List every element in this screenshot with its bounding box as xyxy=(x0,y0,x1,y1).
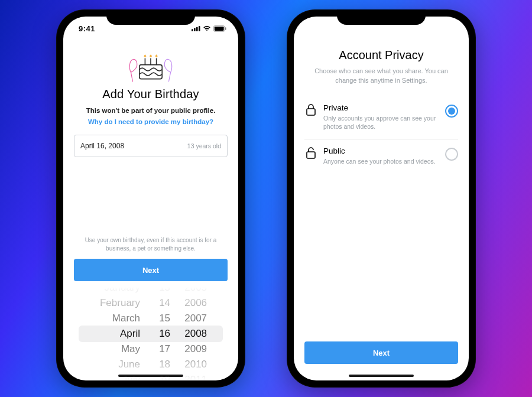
birthday-cake-icon xyxy=(74,44,228,84)
picker-item[interactable]: 15 xyxy=(159,312,170,325)
date-picker[interactable]: JanuaryFebruaryMarchAprilMayJuneJuly 131… xyxy=(74,287,228,380)
status-icons xyxy=(192,25,226,32)
svg-rect-7 xyxy=(140,65,162,79)
status-time: 9:41 xyxy=(79,24,95,33)
phone-right: Account Privacy Choose who can see what … xyxy=(287,9,476,388)
picker-item[interactable]: 2010 xyxy=(184,358,207,371)
option-name: Public xyxy=(323,147,439,155)
picker-item[interactable]: 16 xyxy=(159,327,170,340)
picker-item[interactable]: 18 xyxy=(159,358,170,371)
picker-day-col[interactable]: 13141516171819 xyxy=(153,287,176,380)
option-desc: Anyone can see your photos and videos. xyxy=(323,157,439,165)
notch xyxy=(337,9,426,25)
profile-note: This won't be part of your public profil… xyxy=(74,107,228,114)
picker-item[interactable]: 2006 xyxy=(184,297,207,310)
why-birthday-link[interactable]: Why do I need to provide my birthday? xyxy=(88,118,213,125)
radio-private[interactable] xyxy=(445,105,458,118)
picker-item[interactable]: March xyxy=(112,312,140,325)
picker-item[interactable]: 2009 xyxy=(184,343,207,356)
birthday-input[interactable]: April 16, 2008 13 years old xyxy=(74,135,228,157)
picker-item[interactable]: January xyxy=(105,287,140,294)
svg-rect-12 xyxy=(307,152,315,158)
page-title: Add Your Birthday xyxy=(74,87,228,101)
radio-public[interactable] xyxy=(445,148,458,161)
svg-rect-2 xyxy=(196,27,198,31)
wifi-icon xyxy=(203,25,211,31)
picker-item[interactable]: 2005 xyxy=(184,287,207,294)
picker-item[interactable]: July xyxy=(122,373,140,380)
svg-rect-3 xyxy=(199,26,200,31)
option-name: Private xyxy=(323,103,439,112)
picker-item[interactable]: 19 xyxy=(159,373,170,380)
picker-month-col[interactable]: JanuaryFebruaryMarchAprilMayJuneJuly xyxy=(80,287,153,380)
picker-item[interactable]: 14 xyxy=(159,297,170,310)
privacy-option-private[interactable]: PrivateOnly accounts you approve can see… xyxy=(304,96,458,139)
picker-item[interactable]: February xyxy=(100,297,140,310)
next-button[interactable]: Next xyxy=(304,341,458,364)
svg-rect-0 xyxy=(192,29,193,31)
page-subtitle: Choose who can see what you share. You c… xyxy=(309,67,453,86)
picker-item[interactable]: 2011 xyxy=(184,373,207,380)
signal-icon xyxy=(192,25,200,31)
option-desc: Only accounts you approve can see your p… xyxy=(323,114,439,131)
page-title: Account Privacy xyxy=(304,48,458,62)
picker-year-col[interactable]: 2005200620072008200920102011 xyxy=(176,287,222,380)
battery-icon xyxy=(213,25,226,32)
privacy-option-public[interactable]: PublicAnyone can see your photos and vid… xyxy=(304,139,458,174)
picker-item[interactable]: 2008 xyxy=(184,327,207,340)
next-button[interactable]: Next xyxy=(74,259,228,281)
helper-text: Use your own birthday, even if this acco… xyxy=(76,236,225,253)
svg-rect-11 xyxy=(307,109,315,115)
home-indicator xyxy=(349,375,414,377)
svg-rect-1 xyxy=(194,28,196,31)
birthday-value: April 16, 2008 xyxy=(80,142,124,150)
picker-item[interactable]: 2007 xyxy=(184,312,207,325)
svg-rect-6 xyxy=(225,27,226,30)
picker-item[interactable]: May xyxy=(121,343,140,356)
lock-open-icon xyxy=(304,147,317,159)
lock-closed-icon xyxy=(304,103,317,116)
picker-item[interactable]: June xyxy=(118,358,140,371)
notch xyxy=(106,9,195,25)
picker-item[interactable]: April xyxy=(120,327,140,340)
svg-rect-5 xyxy=(215,26,224,30)
phone-left: 9:41 xyxy=(56,9,245,388)
privacy-options: PrivateOnly accounts you approve can see… xyxy=(304,96,458,174)
picker-item[interactable]: 17 xyxy=(159,343,170,356)
picker-item[interactable]: 13 xyxy=(159,287,170,294)
age-label: 13 years old xyxy=(187,142,221,149)
